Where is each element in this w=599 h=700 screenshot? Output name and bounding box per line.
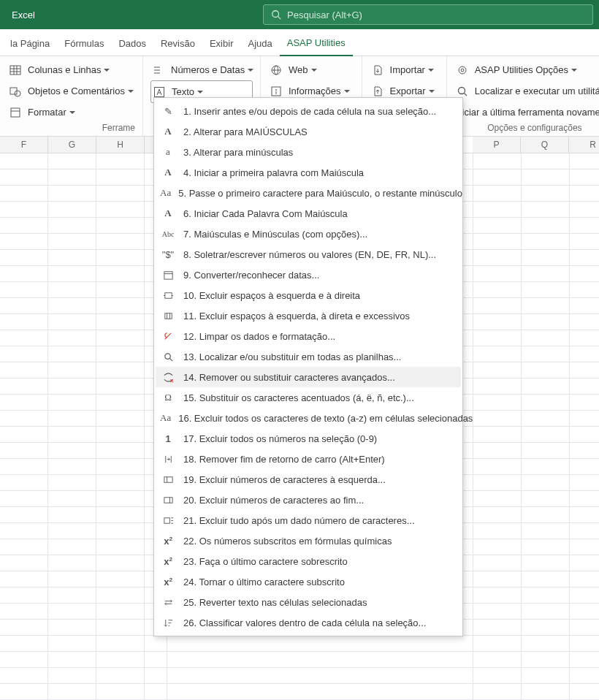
menu-convert-dates[interactable]: 9. Converter/reconhecer datas... [156,265,461,285]
objects-comments-button[interactable]: Objetos e Comentários [7,80,135,102]
grid-row[interactable] [0,684,599,700]
menu-last-subscript[interactable]: x224. Tornar o último caractere subscrit… [156,571,461,592]
svg-rect-9 [11,108,20,117]
menu-delete-numbers[interactable]: 117. Excluir todos os números na seleção… [156,428,461,449]
text-icon [156,86,167,98]
svg-point-19 [276,89,277,90]
grid-row[interactable] [0,668,599,684]
numbers-icon [155,64,167,76]
col-header[interactable]: G [48,137,96,153]
col-header[interactable]: H [96,137,145,153]
menu-last-superscript[interactable]: x223. Faça o último caractere sobrescrit… [156,551,461,571]
menu-lowercase[interactable]: a3. Alterar para minúsculas [156,142,461,162]
chevron-down-icon [571,69,577,72]
chevron-down-icon [128,90,134,93]
chevron-down-icon [197,91,203,94]
menu-uppercase[interactable]: A2. Alterar para MAIÚSCULAS [156,121,461,142]
menu-delete-chars-left[interactable]: 19. Excluir números de caracteres à esqu… [156,469,461,490]
asap-options-button[interactable]: ASAP Utilities Opções [454,59,599,80]
chevron-down-icon [311,69,317,72]
search-placeholder: Pesquisar (Alt+G) [287,9,362,20]
svg-rect-43 [164,517,169,523]
menu-first-char-upper[interactable]: Aa5. Passe o primeiro caractere para Mai… [156,183,461,203]
tab-formulas[interactable]: Fórmulas [57,32,111,56]
import-button[interactable]: Importar [370,59,439,80]
menu-delete-letters[interactable]: Aa16. Excluir todos os caracteres de tex… [156,408,461,428]
letter-icon: A [160,208,176,219]
abc-icon: Abc [160,230,176,238]
menu-delete-after-n[interactable]: 21. Excluir tudo após um dado número de … [156,510,461,530]
menu-subscript-chemistry[interactable]: x222. Os números subscritos em fórmulas … [156,530,461,551]
tab-view[interactable]: Exibir [202,32,241,56]
svg-point-23 [458,87,465,94]
uppercase-icon: A [160,126,176,137]
reverse-icon [160,597,176,608]
menu-trim-excess-spaces[interactable]: 11. Excluir espaços à esquerda, à direta… [156,305,461,326]
svg-rect-27 [164,292,171,298]
col-header[interactable]: R [569,137,599,153]
tab-pagelayout[interactable]: la Página [3,32,57,56]
mixed-case-icon: Aa [160,187,171,199]
menu-remove-cr[interactable]: 18. Remover fim de retorno de carro (Alt… [156,449,461,469]
info-icon [272,85,284,97]
menu-sentence-case[interactable]: A4. Iniciar a primeira palavra com Maiús… [156,162,461,183]
chevron-down-icon [69,111,75,114]
text-dropdown-menu: ✎1. Inserir antes e/ou depois de cada cé… [153,97,463,636]
col-header[interactable]: F [0,137,48,153]
svg-line-34 [169,358,172,361]
format-button[interactable]: Formatar [7,102,135,123]
chevron-down-icon [429,90,435,93]
menu-clean-data[interactable]: 12. Limpar os dados e formatação... [156,326,461,346]
lowercase-icon: a [160,146,176,158]
svg-point-22 [461,69,464,72]
omega-icon: Ω [160,392,176,403]
svg-line-24 [464,93,467,96]
group-options-label: Opções e configurações [454,123,599,134]
svg-rect-25 [164,271,172,278]
columns-rows-button[interactable]: Colunas e Linhas [7,59,135,80]
col-header[interactable]: Q [521,137,569,153]
tab-review[interactable]: Revisão [153,32,202,56]
tab-data[interactable]: Dados [111,32,153,56]
numbers-dates-label: Números e Datas [171,64,245,75]
format-label: Formatar [28,107,66,118]
subscript-icon: x2 [160,577,176,587]
web-button[interactable]: Web [268,59,354,80]
find-run-utility-button[interactable]: Localizar e executar um utilitário [454,80,599,102]
run-last-tool-label: Iniciar a última ferramenta novame [454,107,599,118]
tab-help[interactable]: Ajuda [240,32,279,56]
menu-sort-within-cell[interactable]: 26. Classificar valores dentro de cada c… [156,612,461,633]
menu-case-options[interactable]: Abc7. Maiúsculas e Minúsculas (com opçõe… [156,224,461,244]
search-box[interactable]: Pesquisar (Alt+G) [263,4,593,25]
numbers-dates-button[interactable]: Números e Datas [150,59,253,80]
sort-icon [160,617,176,628]
menu-find-replace-all[interactable]: 13. Localizar e/ou substituir em todas a… [156,346,461,367]
clean-icon [160,331,176,342]
col-header[interactable]: P [473,137,521,153]
search-utility-icon [459,85,470,97]
svg-point-0 [272,11,279,18]
menu-remove-replace-advanced[interactable]: 14. Remover ou substituir caracteres ava… [156,367,461,387]
delete-right-icon [160,495,176,506]
group-options: ASAP Utilities Opções Localizar e execut… [447,56,599,136]
menu-reverse-text[interactable]: 25. Reverter texto nas células seleciona… [156,592,461,612]
svg-point-21 [459,66,466,74]
find-run-utility-label: Localizar e executar um utilitário [475,85,599,96]
menu-replace-accented[interactable]: Ω15. Substituir os caracteres acentuados… [156,387,461,408]
grid-row[interactable] [0,636,599,652]
import-icon [374,64,386,76]
menu-insert-before-after[interactable]: ✎1. Inserir antes e/ou depois de cada cé… [156,101,461,121]
grid-row[interactable] [0,652,599,668]
subscript-icon: x2 [160,536,176,547]
calendar-icon [160,270,176,281]
letter-icon: A [160,167,176,178]
app-name: Excel [6,9,35,20]
run-last-tool-button[interactable]: Iniciar a última ferramenta novame [454,102,599,123]
menu-spell-numbers[interactable]: "$"8. Soletrar/escrever números ou valor… [156,244,461,265]
tab-asap-utilities[interactable]: ASAP Utilities [280,31,353,56]
chevron-down-icon [344,90,350,93]
menu-delete-chars-right[interactable]: 20. Excluir números de caracteres ao fim… [156,490,461,510]
number-one-icon: 1 [160,433,176,444]
menu-title-case[interactable]: A6. Iniciar Cada Palavra Com Maiúscula [156,203,461,224]
menu-trim-spaces[interactable]: 10. Excluir espaços à esquerda e à direi… [156,285,461,305]
